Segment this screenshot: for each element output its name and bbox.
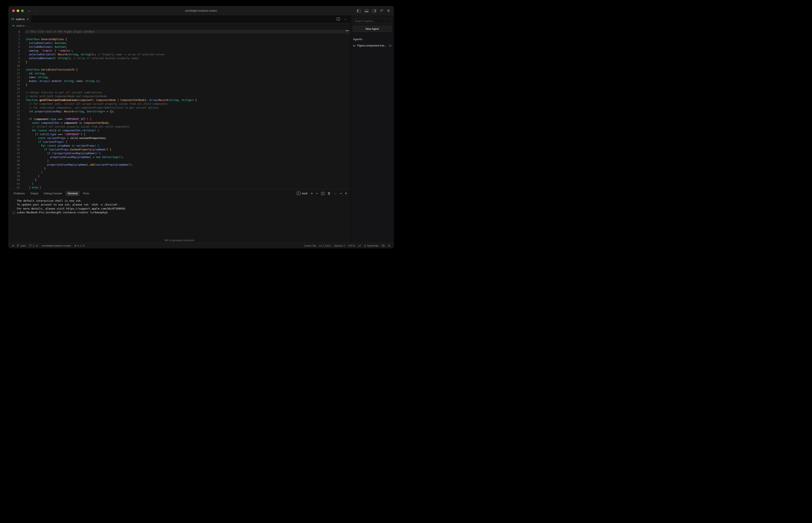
cursor-tab-toggle[interactable]: Cursor Tab <box>304 245 316 247</box>
code-line[interactable]: 29 const variantProps = child.variantPro… <box>8 136 350 140</box>
indent-guide <box>38 167 38 170</box>
code-line[interactable]: 15} <box>8 83 350 87</box>
toggle-primary-sidebar-icon[interactable] <box>357 9 361 13</box>
code-line[interactable]: 16 <box>8 87 350 91</box>
errors-icon: ⊗ <box>74 244 76 247</box>
command-decoration-circle-icon[interactable] <box>13 212 15 214</box>
code-line[interactable]: 13 name: string; <box>8 75 350 79</box>
code-line[interactable]: 34 propertyValuesMap[propName] = new Set… <box>8 155 350 159</box>
settings-gear-icon[interactable]: ⚙ <box>387 9 390 13</box>
code-line[interactable]: 18// Works with both ComponentNode and C… <box>8 94 350 98</box>
close-panel-icon[interactable]: × <box>345 192 347 195</box>
indent-guide <box>26 75 26 79</box>
code-editor[interactable]: 1// This file runs in the Figma plugin s… <box>8 29 350 190</box>
code-line[interactable]: 40 } <box>8 178 350 182</box>
panel-tab-problems[interactable]: Problems <box>12 191 27 196</box>
code-line[interactable]: 38 } <box>8 170 350 174</box>
problems-item[interactable]: ⊗ 0 ⚠ 0 <box>74 244 85 247</box>
breadcrumb-symbol[interactable]: … <box>29 24 31 27</box>
breadcrumb-file[interactable]: code.ts <box>16 24 25 27</box>
copilot-status-icon[interactable] <box>381 244 385 247</box>
code-line[interactable]: 28 if (child.type === 'COMPONENT') { <box>8 132 350 136</box>
code-line[interactable]: 39 } <box>8 174 350 178</box>
project-name[interactable]: zeroheight-instance-creator <box>42 245 71 247</box>
code-line[interactable]: 35 } <box>8 159 350 163</box>
code-line[interactable]: 41 } <box>8 182 350 186</box>
git-branch-item[interactable]: main <box>17 244 26 247</box>
scrollbar-position-indicator[interactable] <box>346 31 349 31</box>
agent-list-item[interactable]: ∞ Figma component inst... 1d <box>353 44 392 47</box>
code-line[interactable]: 26 // Collect all variant property value… <box>8 125 350 129</box>
git-sync-item[interactable]: 1↓ 0↑ <box>29 244 39 247</box>
panel-tab-ports[interactable]: Ports <box>81 191 91 196</box>
code-line[interactable]: 31 for (const propName in variantProps) … <box>8 144 350 148</box>
search-agents-input[interactable] <box>353 18 392 24</box>
code-line[interactable]: 27 for (const child of componentSet.chil… <box>8 129 350 132</box>
code-line[interactable]: 4 includeVariants: boolean; <box>8 41 350 45</box>
minimize-window-button[interactable] <box>17 10 19 12</box>
kill-terminal-trash-icon[interactable] <box>328 192 330 195</box>
code-line[interactable]: 12 id: string; <box>8 72 350 75</box>
indent-guide <box>26 125 26 129</box>
code-line[interactable]: 1// This file runs in the Figma plugin s… <box>8 30 350 34</box>
terminal-dropdown-chevron-icon[interactable] <box>316 193 318 194</box>
panel-tab-debug-console[interactable]: Debug Console <box>42 191 64 196</box>
code-line[interactable]: 22 let propertyValuesMap: Record<string,… <box>8 110 350 113</box>
code-line[interactable]: 2 <box>8 34 350 37</box>
code-line[interactable]: 10 <box>8 64 350 68</box>
split-editor-icon[interactable] <box>337 18 340 20</box>
back-button[interactable]: ← <box>28 9 31 13</box>
code-line[interactable]: 5 includeBooleans: boolean; <box>8 45 350 49</box>
toggle-panel-icon[interactable] <box>365 9 368 13</box>
code-line[interactable]: 24 if (component.type === 'COMPONENT_SET… <box>8 117 350 121</box>
zoom-window-button[interactable] <box>21 10 24 12</box>
panel-more-actions-icon[interactable]: ⋯ <box>333 192 337 195</box>
panel-tab-terminal[interactable]: Terminal <box>66 191 79 196</box>
line-number: 14 <box>8 79 25 83</box>
tab-close-icon[interactable]: × <box>27 18 29 21</box>
maximize-panel-chevron-icon[interactable] <box>340 193 342 194</box>
code-line[interactable]: 33 if (!propertyValuesMap[propName]) { <box>8 151 350 155</box>
encoding-setting[interactable]: UTF-8 <box>348 245 355 247</box>
language-mode[interactable]: {} TypeScript <box>364 245 378 247</box>
code-line[interactable]: 36 propertyValuesMap[propName].add(varia… <box>8 163 350 167</box>
indentation-setting[interactable]: Spaces: 2 <box>334 245 345 247</box>
terminal-session-bash[interactable]: $ bash <box>297 192 308 195</box>
code-line[interactable]: 42 } else { <box>8 186 350 190</box>
code-line[interactable]: 32 if (variantProps.hasOwnProperty(propN… <box>8 148 350 151</box>
eol-setting[interactable]: LF <box>358 245 361 247</box>
remote-indicator-icon[interactable]: >< <box>12 245 14 247</box>
terminal[interactable]: The default interactive shell is now zsh… <box>8 197 350 238</box>
customize-layout-icon[interactable] <box>380 9 383 13</box>
forward-button[interactable]: → <box>35 9 38 13</box>
new-agent-button[interactable]: New Agent <box>353 26 392 32</box>
breadcrumb[interactable]: TS code.ts › … <box>8 23 350 29</box>
code-line[interactable]: 23 <box>8 113 350 117</box>
code-line[interactable]: 20 // For component sets, collect all un… <box>8 102 350 106</box>
panel-tab-output[interactable]: Output <box>28 191 40 196</box>
notifications-bell-icon[interactable] <box>388 244 390 247</box>
code-line[interactable]: 9} <box>8 60 350 64</box>
split-terminal-icon[interactable] <box>321 192 324 195</box>
line-number: 18 <box>8 94 25 98</box>
code-line[interactable]: 19function getAllVariantCombinations(com… <box>8 98 350 102</box>
code-line[interactable]: 30 if (variantProps) { <box>8 140 350 144</box>
code-line[interactable]: 17// Helper function to get all variant … <box>8 91 350 94</box>
code-line[interactable]: 11interface VariableCollectionInfo { <box>8 68 350 72</box>
code-line[interactable]: 6 naming: 'simple' | 'complex'; <box>8 49 350 53</box>
code-line[interactable]: 7 selectedVariants?: Record<string, stri… <box>8 53 350 56</box>
toggle-secondary-sidebar-icon[interactable] <box>372 9 376 13</box>
code-line[interactable]: 14 modes: Array<{ modeId: string; name: … <box>8 79 350 83</box>
close-window-button[interactable] <box>12 10 15 12</box>
code-line[interactable]: 21 // For individual components, use com… <box>8 106 350 110</box>
cursor-position[interactable]: Ln 1, Col 1 <box>319 245 331 247</box>
code-line[interactable]: 8 selectedBooleans?: string[]; // Array … <box>8 56 350 60</box>
code-line[interactable]: 25 const componentSet = component as Com… <box>8 121 350 125</box>
tab-code-ts[interactable]: TS code.ts × <box>8 15 32 23</box>
code-line[interactable]: 37 } <box>8 167 350 170</box>
editor-more-actions-icon[interactable]: ⋯ <box>344 17 347 21</box>
code-line[interactable]: 3interface GenerateOptions { <box>8 37 350 41</box>
indent-guide <box>32 159 32 163</box>
indent-guide <box>26 41 26 45</box>
new-terminal-icon[interactable]: + <box>311 192 313 195</box>
